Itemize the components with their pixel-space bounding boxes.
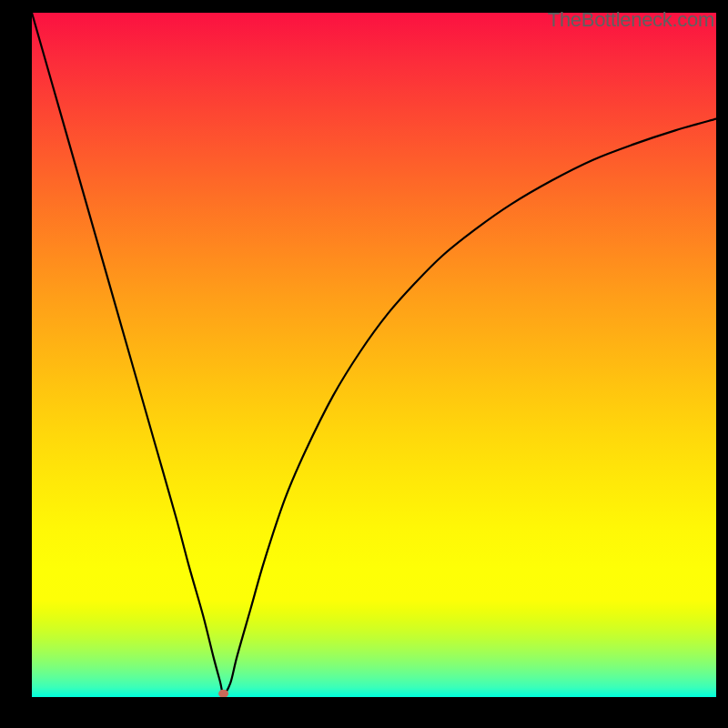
chart-frame: TheBottleneck.com xyxy=(0,0,728,728)
bottleneck-curve xyxy=(32,13,716,693)
plot-area xyxy=(32,13,716,697)
curve-svg xyxy=(32,13,716,697)
watermark-text: TheBottleneck.com xyxy=(548,8,714,32)
